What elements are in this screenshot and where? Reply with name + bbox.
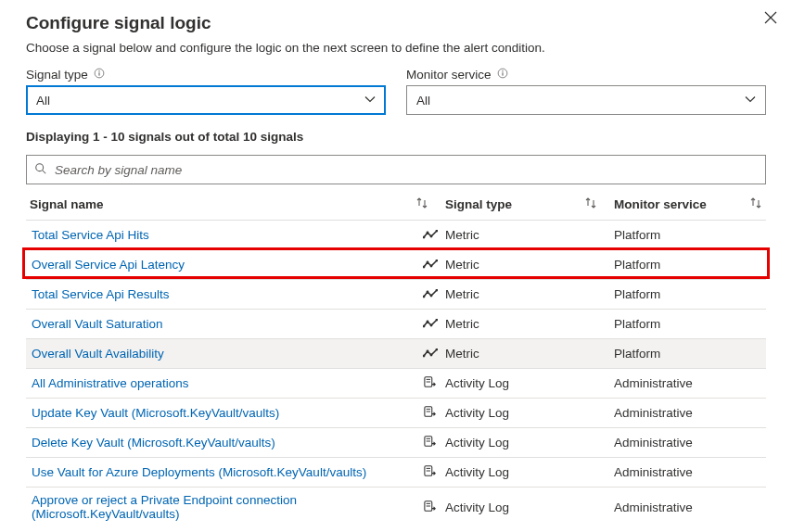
- signal-type-value: Metric: [445, 287, 584, 301]
- svg-point-1: [98, 70, 99, 71]
- close-button[interactable]: [760, 7, 781, 31]
- svg-line-7: [43, 170, 46, 173]
- signal-type-value: Metric: [445, 347, 584, 361]
- signal-type-value: Activity Log: [445, 436, 584, 450]
- metric-icon: [423, 347, 438, 361]
- info-icon: [94, 68, 105, 82]
- close-icon: [764, 13, 777, 27]
- signal-type-value: Activity Log: [445, 500, 584, 514]
- search-icon: [34, 162, 47, 178]
- chevron-down-icon: [745, 94, 756, 108]
- signal-type-value: Activity Log: [445, 465, 584, 479]
- table-row[interactable]: Use Vault for Azure Deployments (Microso…: [26, 457, 766, 487]
- signal-name-link[interactable]: All Administrative operations: [30, 371, 415, 396]
- monitor-service-value: Administrative: [614, 376, 762, 390]
- signal-type-value: Metric: [445, 317, 584, 331]
- signal-name-link[interactable]: Overall Vault Saturation: [30, 311, 415, 336]
- metric-icon: [423, 317, 438, 331]
- page-description: Choose a signal below and configure the …: [26, 41, 766, 55]
- chevron-down-icon: [364, 94, 376, 108]
- table-row[interactable]: Approve or reject a Private Endpoint con…: [26, 487, 766, 526]
- signal-name-link[interactable]: Overall Service Api Latency: [30, 252, 415, 277]
- signal-type-value: Metric: [445, 258, 584, 272]
- info-icon: [497, 68, 508, 82]
- column-signal-type[interactable]: Signal type: [445, 197, 584, 211]
- activity-log-icon: [424, 405, 437, 421]
- activity-log-icon: [424, 500, 437, 515]
- signal-name-link[interactable]: Total Service Api Hits: [30, 222, 415, 247]
- monitor-service-label: Monitor service: [406, 68, 492, 82]
- metric-icon: [423, 258, 438, 272]
- monitor-service-value: Platform: [614, 258, 762, 272]
- monitor-service-value: All: [416, 94, 430, 108]
- table-row[interactable]: Total Service Api ResultsMetricPlatform: [26, 279, 766, 309]
- signal-name-link[interactable]: Use Vault for Azure Deployments (Microso…: [30, 460, 415, 485]
- table-header: Signal name Signal type Monitor service: [26, 190, 766, 220]
- svg-rect-2: [98, 72, 99, 75]
- column-signal-name[interactable]: Signal name: [30, 197, 415, 211]
- svg-rect-5: [502, 72, 503, 75]
- signal-name-link[interactable]: Overall Vault Availability: [30, 341, 415, 366]
- monitor-service-value: Platform: [614, 287, 762, 301]
- signal-type-value: Activity Log: [445, 376, 584, 390]
- signal-type-value: Metric: [445, 228, 584, 242]
- result-count: Displaying 1 - 10 signals out of total 1…: [26, 130, 766, 144]
- signal-name-link[interactable]: Total Service Api Results: [30, 282, 415, 307]
- svg-point-4: [502, 70, 503, 71]
- monitor-service-value: Administrative: [614, 436, 762, 450]
- monitor-service-value: Platform: [614, 228, 762, 242]
- page-title: Configure signal logic: [26, 13, 766, 33]
- column-monitor-service[interactable]: Monitor service: [614, 196, 762, 212]
- table-row[interactable]: Delete Key Vault (Microsoft.KeyVault/vau…: [26, 427, 766, 457]
- signal-type-value: Activity Log: [445, 406, 584, 420]
- table-row[interactable]: Total Service Api HitsMetricPlatform: [26, 220, 766, 249]
- monitor-service-value: Administrative: [614, 465, 762, 479]
- sort-icon[interactable]: [749, 196, 762, 212]
- search-box[interactable]: [26, 155, 766, 184]
- monitor-service-select[interactable]: All: [406, 85, 766, 115]
- table-row[interactable]: Update Key Vault (Microsoft.KeyVault/vau…: [26, 398, 766, 427]
- table-row[interactable]: Overall Vault SaturationMetricPlatform: [26, 309, 766, 338]
- sort-icon[interactable]: [584, 196, 614, 212]
- monitor-service-value: Platform: [614, 317, 762, 331]
- monitor-service-value: Administrative: [614, 500, 762, 514]
- signal-name-link[interactable]: Approve or reject a Private Endpoint con…: [30, 488, 415, 526]
- table-row[interactable]: All Administrative operationsActivity Lo…: [26, 368, 766, 398]
- signal-list: Total Service Api HitsMetricPlatformOver…: [26, 220, 766, 526]
- search-input[interactable]: [53, 162, 758, 178]
- monitor-service-value: Platform: [614, 347, 762, 361]
- metric-icon: [423, 228, 438, 242]
- svg-point-6: [36, 163, 44, 171]
- signal-type-select[interactable]: All: [26, 85, 386, 115]
- signal-type-label: Signal type: [26, 68, 88, 82]
- signal-type-value: All: [36, 94, 50, 108]
- sort-icon[interactable]: [415, 196, 445, 212]
- activity-log-icon: [424, 375, 437, 391]
- monitor-service-value: Administrative: [614, 406, 762, 420]
- signal-name-link[interactable]: Delete Key Vault (Microsoft.KeyVault/vau…: [30, 430, 415, 455]
- signal-name-link[interactable]: Update Key Vault (Microsoft.KeyVault/vau…: [30, 400, 415, 425]
- table-row[interactable]: Overall Vault AvailabilityMetricPlatform: [26, 338, 766, 368]
- activity-log-icon: [424, 435, 437, 450]
- metric-icon: [423, 287, 438, 301]
- activity-log-icon: [424, 464, 437, 480]
- table-row[interactable]: Overall Service Api LatencyMetricPlatfor…: [26, 249, 766, 279]
